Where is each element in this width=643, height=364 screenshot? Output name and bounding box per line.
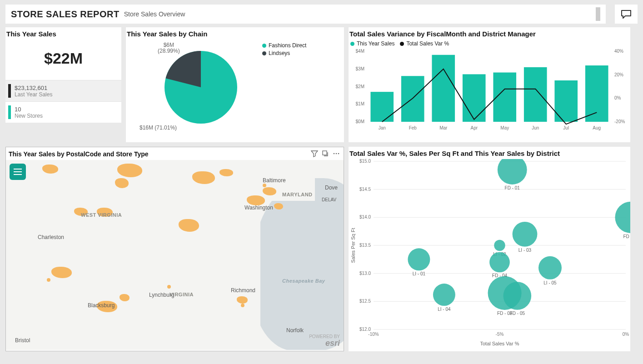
- scatter-chart: $12.0$12.5$13.0$13.5$14.0$14.5$15.0-10%-…: [349, 159, 630, 348]
- svg-text:Jul: Jul: [563, 125, 569, 130]
- svg-text:FD - 02: FD - 02: [623, 234, 630, 239]
- svg-point-51: [615, 202, 630, 233]
- svg-text:$0M: $0M: [356, 119, 364, 124]
- map-city-label: Richmond: [231, 287, 255, 294]
- report-subtitle: Store Sales Overview: [124, 10, 185, 18]
- focus-mode-icon[interactable]: [322, 150, 329, 157]
- svg-text:0%: 0%: [614, 95, 621, 100]
- svg-rect-16: [401, 76, 424, 122]
- svg-text:-20%: -20%: [614, 119, 625, 124]
- pie-chart: $6M (28.99%) $16M (71.01%): [126, 40, 262, 135]
- legend-label: Total Sales Var %: [406, 40, 449, 47]
- more-options-icon[interactable]: [333, 150, 340, 157]
- svg-point-4: [338, 153, 339, 155]
- svg-point-3: [336, 153, 337, 155]
- svg-rect-20: [463, 74, 486, 122]
- scatter-chart-card[interactable]: Total Sales Var %, Sales Per Sq Ft and T…: [349, 147, 630, 351]
- svg-text:Jan: Jan: [379, 125, 386, 130]
- combo-legend: This Year Sales Total Sales Var %: [349, 40, 630, 49]
- map-city-label: Bristol: [15, 337, 30, 344]
- map-city-label: Lynchburg: [149, 292, 174, 298]
- legend-dot-icon: [262, 44, 266, 48]
- map-city-label: Dove: [325, 184, 338, 191]
- map-card[interactable]: This Year Sales by PostalCode and Store …: [5, 147, 344, 351]
- pie-card[interactable]: This Year Sales by Chain $6M (28: [126, 27, 344, 142]
- svg-text:Sales Per Sq Ft: Sales Per Sq Ft: [350, 228, 356, 263]
- svg-rect-24: [524, 67, 547, 122]
- pie-title: This Year Sales by Chain: [126, 27, 344, 40]
- combo-chart-card[interactable]: Total Sales Variance by FiscalMonth and …: [349, 27, 630, 142]
- legend-label: Fashions Direct: [269, 42, 306, 49]
- svg-point-63: [433, 284, 455, 306]
- svg-point-2: [334, 153, 335, 155]
- svg-text:$15.0: $15.0: [359, 159, 371, 164]
- header-grip[interactable]: [596, 7, 600, 21]
- esri-attribution: POWERED BY esri: [309, 334, 340, 347]
- map-canvas[interactable]: WEST VIRGINIA VIRGINIA MARYLAND Chesapea…: [6, 160, 344, 350]
- svg-text:$12.0: $12.0: [359, 327, 371, 332]
- svg-text:$14.0: $14.0: [359, 214, 371, 219]
- kpi-new-stores-label: New Stores: [15, 113, 43, 119]
- map-city-label: DELAV: [322, 197, 336, 202]
- pie-slice-small-top: $6M: [164, 42, 174, 48]
- map-city-label: Washington: [244, 204, 273, 211]
- svg-text:20%: 20%: [614, 72, 623, 77]
- svg-text:$12.5: $12.5: [359, 299, 371, 304]
- svg-text:Jun: Jun: [532, 125, 539, 130]
- svg-text:FD - 01: FD - 01: [505, 185, 520, 190]
- kpi-last-year-label: Last Year Sales: [15, 91, 52, 98]
- svg-point-55: [494, 240, 505, 251]
- legend-label: This Year Sales: [357, 40, 394, 47]
- svg-text:FD - 05: FD - 05: [510, 311, 525, 316]
- legend-dot-icon: [350, 42, 354, 46]
- svg-text:40%: 40%: [614, 49, 623, 54]
- svg-text:LI - 04: LI - 04: [438, 307, 451, 312]
- pie-slice-small-bot: (28.99%): [158, 48, 180, 54]
- kpi-row-new-stores: 10 New Stores: [5, 101, 121, 123]
- map-city-label: Norfolk: [286, 327, 304, 334]
- svg-text:Aug: Aug: [593, 125, 601, 130]
- legend-label: Lindseys: [269, 50, 290, 56]
- svg-text:-5%: -5%: [496, 332, 504, 337]
- svg-rect-28: [585, 65, 608, 122]
- svg-text:$1M: $1M: [356, 101, 364, 106]
- comment-icon: [621, 10, 632, 19]
- map-menu-button[interactable]: [10, 164, 26, 180]
- filter-icon[interactable]: [311, 150, 318, 157]
- svg-text:LI - 03: LI - 03: [518, 248, 532, 253]
- svg-point-61: [538, 256, 562, 279]
- svg-text:$14.5: $14.5: [359, 187, 371, 192]
- legend-dot-icon: [262, 51, 266, 55]
- svg-text:$3M: $3M: [356, 66, 364, 71]
- map-title: This Year Sales by PostalCode and Store …: [6, 148, 311, 160]
- kpi-new-stores-value: 10: [15, 106, 43, 113]
- report-header: STORE SALES REPORT Store Sales Overview: [5, 5, 606, 24]
- svg-rect-14: [370, 92, 394, 122]
- kpi-last-year-value: $23,132,601: [15, 85, 52, 91]
- legend-dot-icon: [400, 42, 404, 46]
- kpi-big-value: $22M: [5, 40, 121, 80]
- map-city-label: Blacksburg: [88, 302, 115, 309]
- svg-text:Apr: Apr: [470, 125, 478, 130]
- map-state-label: WEST VIRGINIA: [81, 212, 122, 218]
- pie-slice-big: $16M (71.01%): [140, 125, 177, 131]
- kpi-bar-icon: [8, 84, 11, 98]
- comments-button[interactable]: [615, 5, 638, 24]
- kpi-card[interactable]: This Year Sales $22M $23,132,601 Last Ye…: [5, 27, 121, 142]
- map-city-label: Charleston: [38, 234, 64, 240]
- kpi-row-last-year: $23,132,601 Last Year Sales: [5, 80, 121, 101]
- kpi-bar-icon: [8, 105, 11, 119]
- map-state-label: MARYLAND: [282, 192, 313, 197]
- svg-rect-1: [323, 151, 327, 155]
- svg-text:$13.5: $13.5: [359, 243, 371, 248]
- svg-point-67: [503, 282, 532, 310]
- hamburger-icon: [14, 169, 22, 175]
- svg-text:May: May: [500, 125, 509, 130]
- svg-text:$13.0: $13.0: [359, 271, 371, 276]
- svg-text:Total Sales Var %: Total Sales Var %: [480, 341, 519, 346]
- svg-text:Mar: Mar: [439, 125, 448, 130]
- svg-text:$4M: $4M: [356, 49, 364, 54]
- svg-text:LI - 01: LI - 01: [413, 271, 426, 276]
- svg-point-57: [408, 248, 430, 270]
- report-title: STORE SALES REPORT: [11, 9, 120, 20]
